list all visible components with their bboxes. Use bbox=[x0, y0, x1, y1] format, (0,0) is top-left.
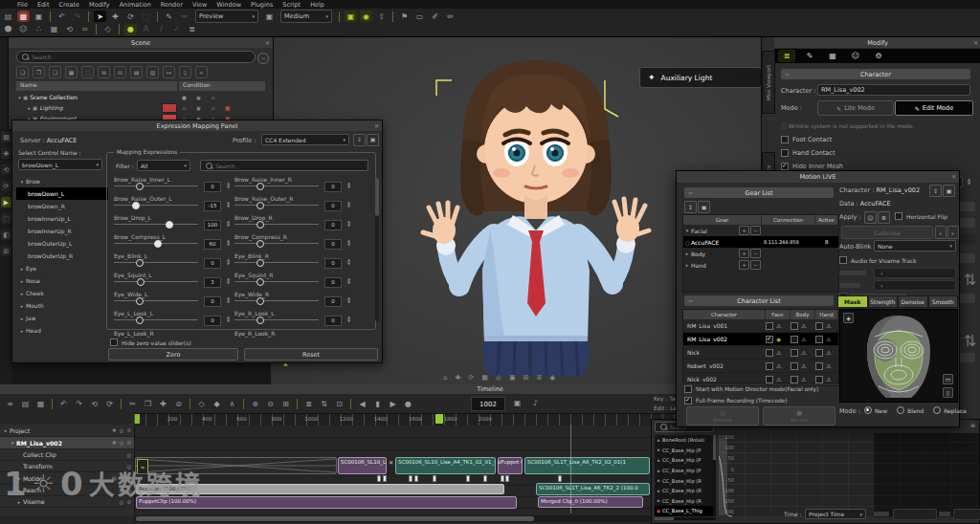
bone-item-5[interactable]: ▪CC_Base_Hip (R bbox=[655, 486, 716, 496]
slider-stepper[interactable]: ▲▼ bbox=[225, 315, 232, 324]
face-checkbox[interactable] bbox=[766, 362, 773, 370]
body-scale-stepper[interactable]: ▲▼ bbox=[966, 177, 972, 186]
lower-stepper[interactable]: ⇅ bbox=[967, 274, 973, 284]
hand-checkbox[interactable] bbox=[815, 336, 823, 343]
body-checkbox[interactable] bbox=[791, 349, 798, 357]
column-condition[interactable]: Condition bbox=[179, 81, 265, 91]
slider-knob[interactable] bbox=[256, 297, 264, 305]
edit-mode-button[interactable]: ✎ Edit Mode bbox=[895, 100, 973, 116]
keyframe-marker[interactable] bbox=[409, 475, 412, 482]
hand-checkbox[interactable] bbox=[815, 322, 823, 330]
slider-brow_drop_l[interactable] bbox=[114, 224, 198, 225]
strip-select-icon[interactable]: ⬚ bbox=[1, 213, 11, 224]
close-icon[interactable]: ✕ bbox=[951, 173, 956, 180]
gear-radio-icon[interactable]: ○ bbox=[683, 239, 691, 246]
tab-smooth[interactable]: Smooth bbox=[928, 295, 959, 308]
state-icon[interactable]: ▫ bbox=[181, 105, 188, 111]
swap-icon[interactable]: ⇅ bbox=[318, 398, 330, 409]
stop-icon[interactable]: ▮ bbox=[371, 398, 384, 409]
play-icon[interactable]: ▶ bbox=[387, 398, 399, 409]
scale-tool-icon[interactable]: ⬚ bbox=[140, 11, 152, 22]
time-dropdown[interactable]: Project Time ▾ bbox=[805, 509, 866, 519]
gizmo-icon[interactable]: ∴ bbox=[33, 24, 45, 35]
character-row-robert_v002[interactable]: Robert_v002⚠⚠⚠ bbox=[683, 360, 838, 373]
render-flag-icon[interactable] bbox=[224, 95, 231, 100]
stepper-down-icon[interactable]: ▼ bbox=[227, 205, 230, 208]
track-collect-clip[interactable]: Collect Clip◎ bbox=[0, 449, 134, 461]
mode-radio-new[interactable]: New bbox=[864, 406, 887, 414]
render-video-icon[interactable]: ◉ bbox=[360, 11, 372, 22]
strip-move-icon[interactable]: ✚ bbox=[1, 148, 11, 159]
collapse-all-icon[interactable]: ⊟ bbox=[114, 66, 126, 78]
track-icon[interactable]: ✚ bbox=[112, 440, 117, 446]
keyframe-marker[interactable] bbox=[483, 475, 487, 482]
horizontal-flip-option[interactable]: Horizontal Flip bbox=[895, 212, 947, 220]
stepper-down-icon[interactable]: ▼ bbox=[227, 224, 230, 228]
orbit-view-icon[interactable]: ⟳ bbox=[468, 374, 474, 382]
gear-save-button[interactable]: ▣ bbox=[698, 201, 710, 213]
lower-stepper[interactable]: ⇅ bbox=[967, 336, 973, 345]
stepper-down-icon[interactable]: ▼ bbox=[227, 243, 230, 247]
stepper-down-icon[interactable]: ▼ bbox=[227, 281, 230, 285]
tab-adjust-icon[interactable]: ≣ bbox=[778, 50, 795, 62]
hand-checkbox[interactable] bbox=[815, 349, 823, 357]
select-all-icon[interactable]: ⬚ bbox=[81, 66, 94, 78]
slider-eye_wide_r[interactable] bbox=[234, 300, 319, 301]
audio-track-icon[interactable]: ♪ bbox=[529, 397, 542, 408]
scene-search-input[interactable]: Search bbox=[16, 51, 256, 63]
delete-icon[interactable]: ⊘ bbox=[172, 398, 185, 409]
pivot-tool-icon[interactable]: ✑ bbox=[178, 11, 190, 22]
calibrate-next-button[interactable]: ▸ bbox=[947, 226, 959, 239]
check-icon[interactable]: ✓ bbox=[170, 24, 183, 35]
slider-stepper[interactable]: ▲▼ bbox=[345, 200, 352, 209]
range-start-marker[interactable] bbox=[135, 414, 140, 424]
slider-knob[interactable] bbox=[256, 240, 264, 248]
layers-view-icon[interactable]: ≣ bbox=[536, 374, 542, 382]
keyframe-icon[interactable]: ◇ bbox=[101, 24, 114, 35]
gear-load-button[interactable]: ↧ bbox=[684, 201, 697, 213]
refresh-icon[interactable]: ⟳ bbox=[103, 398, 116, 409]
light-gizmo[interactable] bbox=[421, 75, 632, 132]
text-cursor-icon[interactable]: A bbox=[140, 24, 152, 35]
checkbox[interactable] bbox=[684, 397, 692, 404]
slider-brow_compress_l[interactable] bbox=[114, 243, 198, 244]
hand-checkbox[interactable] bbox=[815, 362, 823, 370]
snap-icon[interactable]: ⊡ bbox=[333, 398, 345, 409]
playhead-marker[interactable] bbox=[435, 414, 443, 424]
body-checkbox[interactable] bbox=[791, 322, 798, 330]
face-mask-preview[interactable]: ◈ ▭ ▯ bbox=[839, 309, 958, 403]
stepper-down-icon[interactable]: ▼ bbox=[347, 319, 350, 323]
bone-item-0[interactable]: ▪BoneRoot (Rotati bbox=[655, 435, 716, 446]
slider-brow_raise_inner_r[interactable] bbox=[234, 186, 319, 186]
clip-merged clip_0[interactable]: Merged Clip_0 (100.00%) bbox=[538, 496, 643, 508]
expand-arrow-icon[interactable]: ▾ bbox=[9, 440, 16, 446]
reset-icon[interactable]: ⟲ bbox=[63, 24, 76, 35]
slider-knob[interactable] bbox=[256, 259, 264, 267]
paste-icon[interactable]: ✚ bbox=[157, 398, 169, 409]
hide-zero-checkbox[interactable] bbox=[110, 338, 118, 346]
mode-radio-blend[interactable]: Blend bbox=[897, 406, 924, 414]
zoom-fit-icon[interactable]: ⊞ bbox=[279, 398, 292, 409]
gear-column-active[interactable]: Active bbox=[815, 215, 838, 225]
tab-avatar-icon[interactable]: ☺ bbox=[847, 50, 864, 62]
audio-viseme-checkbox[interactable] bbox=[839, 256, 847, 264]
grid-view-icon[interactable]: ▦ bbox=[481, 374, 488, 382]
layers-icon[interactable]: ≣ bbox=[302, 398, 315, 409]
slider-eye_squint_l[interactable] bbox=[114, 281, 198, 282]
scene-panel-titlebar[interactable]: Scene ✕ bbox=[9, 37, 273, 48]
lite-mode-button[interactable]: ✎ Lite Mode bbox=[817, 100, 894, 116]
bone-item-4[interactable]: ▪CC_Base_Hip (R bbox=[655, 475, 716, 486]
stepper-down-icon[interactable]: ▼ bbox=[347, 243, 350, 247]
new-folder-icon[interactable]: ❏ bbox=[16, 66, 29, 78]
track-icon[interactable]: ⊘ bbox=[126, 440, 131, 446]
slider-eye_wide_l[interactable] bbox=[114, 300, 198, 301]
stepper-down-icon[interactable]: ▼ bbox=[347, 205, 350, 208]
add-gear-button[interactable]: + bbox=[739, 260, 749, 270]
slider-value[interactable]: 60 bbox=[204, 239, 221, 250]
curve-grid-icon[interactable]: ⊞ bbox=[970, 422, 975, 428]
render-flag-icon[interactable]: ■ bbox=[224, 105, 231, 111]
slider-brow_raise_inner_l[interactable] bbox=[114, 186, 198, 186]
lock-icon[interactable]: ▫ bbox=[210, 105, 216, 111]
keyframe-marker[interactable] bbox=[433, 475, 436, 482]
slider-value[interactable]: 100 bbox=[204, 220, 221, 230]
